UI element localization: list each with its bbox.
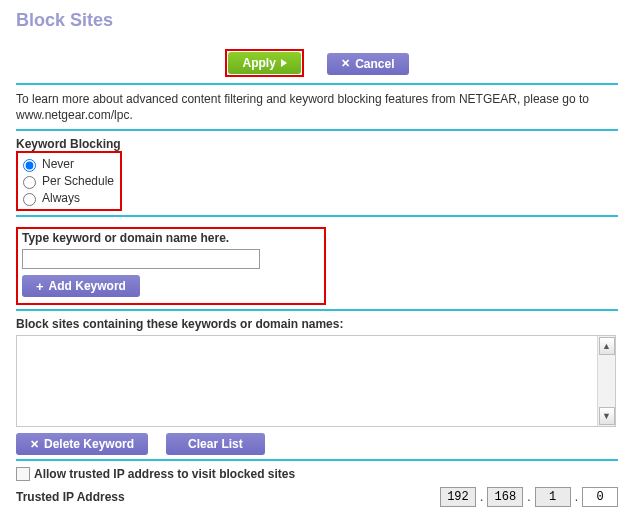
page-title: Block Sites (16, 10, 618, 31)
top-button-bar: Apply ✕ Cancel (16, 49, 618, 77)
close-icon: ✕ (341, 57, 350, 70)
divider (16, 459, 618, 461)
radio-always[interactable]: Always (18, 190, 114, 206)
dot: . (527, 490, 530, 504)
trusted-ip-row: Trusted IP Address . . . (16, 487, 618, 507)
divider (16, 215, 618, 217)
block-list-label: Block sites containing these keywords or… (16, 317, 618, 331)
close-icon: ✕ (30, 438, 39, 451)
scroll-up-icon[interactable]: ▲ (599, 337, 615, 355)
ip-octet-4[interactable] (582, 487, 618, 507)
delete-keyword-button[interactable]: ✕ Delete Keyword (16, 433, 148, 455)
dot: . (575, 490, 578, 504)
trusted-section: Allow trusted IP address to visit blocke… (16, 467, 618, 507)
scroll-down-icon[interactable]: ▼ (599, 407, 615, 425)
radio-never-label: Never (42, 157, 74, 171)
divider (16, 83, 618, 85)
block-list[interactable]: ▲ ▼ (16, 335, 616, 427)
apply-label: Apply (242, 56, 275, 70)
add-keyword-button[interactable]: + Add Keyword (22, 275, 140, 297)
apply-highlight: Apply (225, 49, 303, 77)
add-keyword-label: Add Keyword (49, 279, 126, 293)
play-icon (281, 59, 287, 67)
scrollbar[interactable]: ▲ ▼ (597, 336, 615, 426)
divider (16, 309, 618, 311)
keyword-entry-section: Type keyword or domain name here. + Add … (16, 227, 326, 305)
divider (16, 129, 618, 131)
clear-list-label: Clear List (188, 437, 243, 451)
apply-button[interactable]: Apply (228, 52, 300, 74)
radio-per-schedule[interactable]: Per Schedule (18, 173, 114, 189)
cancel-button[interactable]: ✕ Cancel (327, 53, 408, 75)
keyword-blocking-options: Never Per Schedule Always (16, 151, 122, 211)
ip-octet-3 (535, 487, 571, 507)
radio-per-schedule-label: Per Schedule (42, 174, 114, 188)
trusted-checkbox-row[interactable]: Allow trusted IP address to visit blocke… (16, 467, 618, 481)
ip-octet-2 (487, 487, 523, 507)
dot: . (480, 490, 483, 504)
trusted-checkbox[interactable] (16, 467, 30, 481)
keyword-blocking-label: Keyword Blocking (16, 137, 618, 151)
radio-per-schedule-input[interactable] (23, 176, 36, 189)
cancel-label: Cancel (355, 57, 394, 71)
trusted-checkbox-label: Allow trusted IP address to visit blocke… (34, 467, 295, 481)
trusted-ip-label: Trusted IP Address (16, 490, 125, 504)
keyword-entry-label: Type keyword or domain name here. (22, 231, 260, 245)
radio-always-label: Always (42, 191, 80, 205)
plus-icon: + (36, 279, 44, 294)
list-buttons: ✕ Delete Keyword Clear List (16, 433, 618, 455)
trusted-ip-fields: . . . (440, 487, 618, 507)
info-text: To learn more about advanced content fil… (16, 91, 618, 123)
ip-octet-1 (440, 487, 476, 507)
keyword-input[interactable] (22, 249, 260, 269)
radio-never[interactable]: Never (18, 156, 114, 172)
radio-never-input[interactable] (23, 159, 36, 172)
radio-always-input[interactable] (23, 193, 36, 206)
clear-list-button[interactable]: Clear List (166, 433, 265, 455)
delete-keyword-label: Delete Keyword (44, 437, 134, 451)
block-list-items (17, 336, 597, 426)
